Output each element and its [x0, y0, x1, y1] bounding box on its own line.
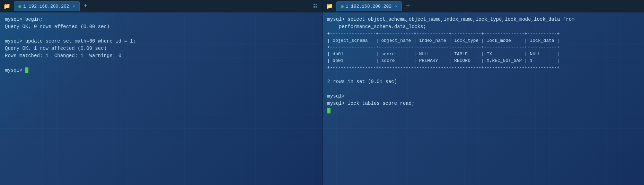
left-tab-dot: [18, 5, 21, 8]
right-tab-add[interactable]: +: [403, 2, 413, 10]
right-table-header: | object_schema | object_name | index_na…: [327, 37, 639, 44]
left-line-2: Query OK, 0 rows affected (0.00 sec): [5, 23, 317, 30]
left-blank-1: [5, 30, 317, 38]
left-blank-2: [5, 59, 317, 67]
left-pane: 📁 1 192.168.200.202 ✕ + ☷ mysql> begin; …: [0, 0, 323, 185]
left-tab[interactable]: 1 192.168.200.202 ✕: [14, 1, 80, 11]
right-terminal: mysql> select object_schema,object_name,…: [323, 12, 644, 185]
left-cursor: [25, 67, 28, 73]
left-tab-close[interactable]: ✕: [73, 4, 75, 9]
left-line-3: mysql> update score set math=66 where id…: [5, 38, 317, 45]
left-line-5: Rows matched: 1 Changed: 1 Warnings: 0: [5, 52, 317, 59]
right-tab-label: 1 192.168.200.202: [346, 4, 392, 9]
right-blank-1: [327, 71, 639, 78]
right-tab-close[interactable]: ✕: [395, 4, 397, 9]
left-line-4: Query OK, 1 row affected (0.00 sec): [5, 45, 317, 52]
right-blank-2: [327, 85, 639, 93]
right-table-sep-3: +-----------------+-------------+-------…: [327, 64, 639, 71]
right-prompt-1: mysql>: [327, 93, 639, 100]
right-table-sep-1: +-----------------+-------------+-------…: [327, 30, 639, 37]
right-tab[interactable]: 1 192.168.200.202 ✕: [336, 1, 402, 11]
left-cursor-line: mysql>: [5, 67, 317, 74]
left-folder-icon[interactable]: 📁: [1, 1, 12, 11]
right-folder-icon[interactable]: 📁: [324, 1, 335, 11]
left-tab-add[interactable]: +: [81, 2, 90, 10]
right-cursor: [327, 108, 330, 113]
left-terminal: mysql> begin; Query OK, 0 rows affected …: [0, 12, 322, 185]
right-line-1: mysql> select object_schema,object_name,…: [327, 16, 639, 23]
right-line-lock: mysql> lock tables score read;: [327, 100, 639, 107]
left-tab-label: 1 192.168.200.202: [23, 4, 69, 9]
right-tab-bar: 📁 1 192.168.200.202 ✕ +: [323, 0, 644, 12]
right-cursor-line: [327, 107, 639, 114]
left-tab-bar: 📁 1 192.168.200.202 ✕ + ☷: [0, 0, 322, 12]
left-line-1: mysql> begin;: [5, 16, 317, 23]
right-table-row-2: | db01 | score | PRIMARY | RECORD | X,RE…: [327, 57, 639, 64]
right-line-2: performance_schema.data_locks;: [327, 23, 639, 30]
right-table-row-1: | db01 | score | NULL | TABLE | IX | NUL…: [327, 51, 639, 58]
right-rowcount: 2 rows in set (0.01 sec): [327, 78, 639, 85]
right-table-sep-2: +-----------------+-------------+-------…: [327, 44, 639, 51]
right-tab-dot: [341, 5, 344, 8]
main-container: 📁 1 192.168.200.202 ✕ + ☷ mysql> begin; …: [0, 0, 644, 185]
left-grid-icon[interactable]: ☷: [313, 3, 318, 9]
right-pane: 📁 1 192.168.200.202 ✕ + mysql> select ob…: [323, 0, 644, 185]
